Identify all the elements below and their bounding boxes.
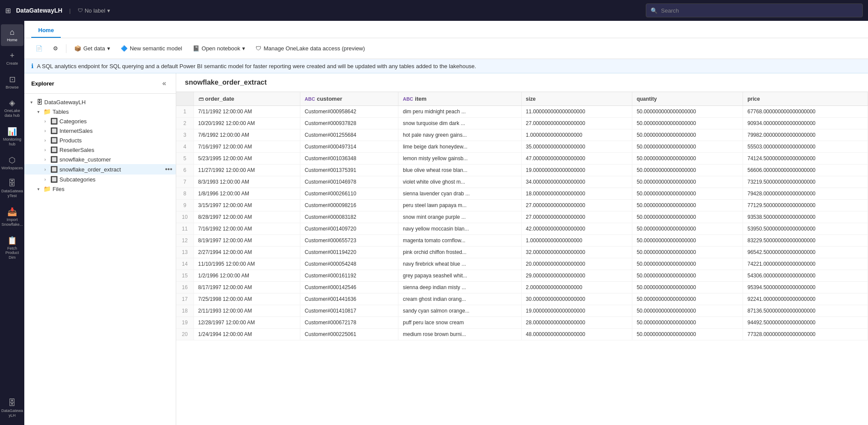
cell-rownum: 3	[176, 129, 194, 141]
open-notebook-label: Open notebook	[202, 45, 240, 52]
cell-size: 2.000000000000000000	[521, 282, 632, 293]
cell-price: 93538.500000000000000000	[743, 211, 868, 223]
cell-price: 67768.000000000000000000	[743, 106, 868, 118]
manage-onelake-icon: 🛡	[256, 45, 261, 52]
manage-onelake-label: Manage OneLake data access (preview)	[263, 45, 365, 52]
cell-price: 74124.500000000000000000	[743, 153, 868, 165]
tree-table-products[interactable]: › 🔲 Products	[24, 135, 176, 145]
cell-quantity: 50.000000000000000000	[632, 211, 743, 223]
explorer-collapse-button[interactable]: «	[160, 79, 169, 88]
cell-customer: Customer#001375391	[300, 165, 398, 176]
new-file-button[interactable]: 📄	[31, 43, 47, 54]
icon-sidebar: ⌂ Home + Create ⊡ Browse ◈ OneLake data …	[0, 21, 24, 425]
cell-quantity: 50.000000000000000000	[632, 282, 743, 293]
cell-quantity: 50.000000000000000000	[632, 293, 743, 305]
cell-item: navy yellow moccasin blan...	[398, 223, 521, 235]
cell-quantity: 50.000000000000000000	[632, 329, 743, 340]
cell-price: 96542.500000000000000000	[743, 247, 868, 258]
col-item[interactable]: ABC item	[398, 92, 521, 106]
sidebar-item-browse[interactable]: ⊡ Browse	[1, 71, 23, 93]
cell-customer: Customer#000266110	[300, 188, 398, 200]
col-order-date[interactable]: 🗃 order_date	[194, 92, 300, 106]
new-semantic-model-label: New semantic model	[130, 45, 182, 52]
cell-size: 11.000000000000000000	[521, 106, 632, 118]
col-customer[interactable]: ABC customer	[300, 92, 398, 106]
tree-root[interactable]: ▾ 🗄 DataGatewayLH	[24, 97, 176, 107]
cell-rownum: 9	[176, 200, 194, 211]
tree-table-internetsales[interactable]: › 🔲 InternetSales	[24, 126, 176, 135]
sidebar-item-onelake[interactable]: ◈ OneLake data hub	[1, 95, 23, 122]
table-row: 1 7/11/1992 12:00:00 AM Customer#0009586…	[176, 106, 868, 118]
col-size[interactable]: size	[521, 92, 632, 106]
home-icon: ⌂	[10, 28, 15, 37]
table-row: 13 2/27/1994 12:00:00 AM Customer#001194…	[176, 247, 868, 258]
col-price[interactable]: price	[743, 92, 868, 106]
sidebar-item-import-snowflake-label: Import Snowflake...	[1, 217, 23, 227]
cell-price: 90934.000000000000000000	[743, 118, 868, 129]
cell-order-date: 5/23/1995 12:00:00 AM	[194, 153, 300, 165]
search-icon: 🔍	[651, 7, 658, 14]
datagateway-lh-icon: 🗄	[8, 399, 16, 408]
cell-quantity: 50.000000000000000000	[632, 153, 743, 165]
table-row: 5 5/23/1995 12:00:00 AM Customer#0010363…	[176, 153, 868, 165]
search-bar[interactable]: 🔍	[646, 3, 863, 17]
tree-files-group[interactable]: ▾ 📁 Files	[24, 184, 176, 194]
manage-onelake-button[interactable]: 🛡 Manage OneLake data access (preview)	[251, 43, 369, 54]
table-title: snowflake_order_extract	[176, 73, 868, 92]
cell-order-date: 1/2/1996 12:00:00 AM	[194, 270, 300, 282]
tree-table-subcategories[interactable]: › 🔲 Subcategories	[24, 175, 176, 184]
cell-quantity: 50.000000000000000000	[632, 188, 743, 200]
grid-icon[interactable]: ⊞	[5, 7, 11, 15]
table-area: snowflake_order_extract 🗃 order_date	[176, 73, 868, 425]
table-scroll[interactable]: 🗃 order_date ABC customer	[176, 92, 868, 425]
table-more-button[interactable]: •••	[165, 165, 172, 173]
cell-item: peru steel lawn papaya m...	[398, 200, 521, 211]
cell-customer: Customer#000098216	[300, 200, 398, 211]
cell-item: puff peru lace snow cream	[398, 317, 521, 329]
cell-order-date: 7/16/1992 12:00:00 AM	[194, 223, 300, 235]
tree-table-snowflake-order-extract[interactable]: › 🔲 snowflake_order_extract •••	[24, 164, 176, 175]
cell-size: 18.000000000000000000	[521, 188, 632, 200]
search-input[interactable]	[661, 7, 858, 14]
tree-table-snowflake-customer[interactable]: › 🔲 snowflake_customer	[24, 155, 176, 164]
cell-size: 29.000000000000000000	[521, 270, 632, 282]
table-resellersales-label: ResellerSales	[59, 147, 172, 153]
cell-customer: Customer#001409720	[300, 223, 398, 235]
sidebar-item-datagateway-lh-label: DataGatewa yLH	[1, 409, 23, 418]
col-quantity[interactable]: quantity	[632, 92, 743, 106]
sidebar-item-monitoring[interactable]: 📊 Monitoring hub	[1, 123, 23, 150]
tree-table-resellersales[interactable]: › 🔲 ResellerSales	[24, 145, 176, 155]
tab-home[interactable]: Home	[31, 23, 61, 38]
table-row: 17 7/25/1998 12:00:00 AM Customer#001441…	[176, 293, 868, 305]
new-semantic-model-button[interactable]: 🔷 New semantic model	[116, 43, 187, 54]
table-icon-6: 🔲	[50, 166, 58, 173]
table-snowflake-customer-label: snowflake_customer	[59, 156, 172, 163]
settings-button[interactable]: ⚙	[49, 43, 62, 54]
sidebar-item-workspaces[interactable]: ⬡ Workspaces	[1, 152, 23, 174]
cell-customer: Customer#001036348	[300, 153, 398, 165]
sidebar-item-import-snowflake[interactable]: 📥 Import Snowflake...	[1, 204, 23, 231]
topbar-label[interactable]: 🛡 No label ▾	[78, 7, 110, 14]
sidebar-item-fetch-product-dim[interactable]: 📋 Fetch Product Dim	[1, 232, 23, 264]
cell-order-date: 8/28/1997 12:00:00 AM	[194, 211, 300, 223]
open-notebook-button[interactable]: 📓 Open notebook ▾	[188, 43, 250, 54]
abc-badge-item: ABC	[403, 96, 413, 102]
tree-table-categories[interactable]: › 🔲 Categories	[24, 116, 176, 126]
get-data-button[interactable]: 📦 Get data ▾	[70, 43, 115, 54]
cell-customer: Customer#000225061	[300, 329, 398, 340]
sidebar-item-create[interactable]: + Create	[1, 48, 23, 69]
cell-item: blue olive wheat rose blan...	[398, 165, 521, 176]
sidebar-item-datagateway-test[interactable]: 🗄 DataGatewa yTest	[1, 175, 23, 202]
cell-item: sienna deep indian misty ...	[398, 282, 521, 293]
data-table: 🗃 order_date ABC customer	[176, 92, 868, 340]
sidebar-item-home[interactable]: ⌂ Home	[1, 24, 23, 46]
cell-quantity: 50.000000000000000000	[632, 235, 743, 247]
cell-quantity: 50.000000000000000000	[632, 118, 743, 129]
main-layout: ⌂ Home + Create ⊡ Browse ◈ OneLake data …	[0, 21, 868, 425]
tree-tables-group[interactable]: ▾ 📁 Tables	[24, 107, 176, 116]
cell-size: 20.000000000000000000	[521, 258, 632, 270]
cell-item: magenta tomato cornflow...	[398, 235, 521, 247]
table-row: 20 1/24/1994 12:00:00 AM Customer#000225…	[176, 329, 868, 340]
sidebar-item-datagateway-lh[interactable]: 🗄 DataGatewa yLH	[1, 395, 23, 422]
table-icon-7: 🔲	[50, 176, 58, 183]
